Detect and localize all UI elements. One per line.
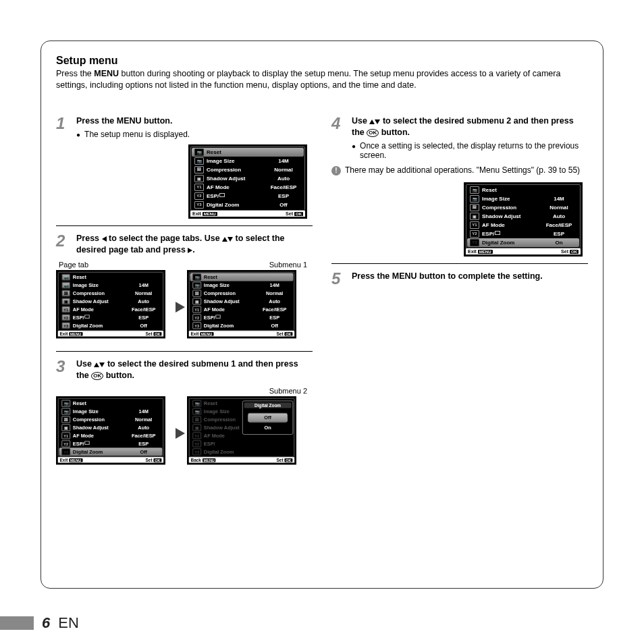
section-title: Setup menu xyxy=(56,55,588,67)
step-4: 4 Use to select the desired submenu 2 an… xyxy=(331,115,588,160)
r: Digital Zoom xyxy=(73,449,128,454)
v: Off xyxy=(266,202,301,208)
cam-step3-left: 📷Reset 📷Image Size14M 🖼CompressionNormal… xyxy=(56,396,165,464)
step-3-cams: 📷Reset 📷Image Size14M 🖼CompressionNormal… xyxy=(56,396,313,471)
v: Normal xyxy=(266,167,301,173)
cam-step2-right: 📷Reset 📷Image Size14M 🖼CompressionNormal… xyxy=(187,270,296,338)
f: Back xyxy=(191,458,201,462)
rl: ESP/ xyxy=(482,231,494,237)
step-2-head: Press to select the page tabs. Use to se… xyxy=(76,233,313,256)
v: Normal xyxy=(259,291,291,296)
r: Reset xyxy=(207,149,266,155)
r: Image Size xyxy=(73,409,128,414)
intro-a: Press the xyxy=(56,69,94,78)
r: Digital Zoom xyxy=(482,240,541,246)
s1b: MENU xyxy=(117,116,142,126)
step-3: 3 Use to select the desired submenu 1 an… xyxy=(56,358,313,381)
r: ESP/ xyxy=(482,231,541,237)
columns: 1 Press the MENU button. ●The setup menu… xyxy=(56,115,588,471)
camera-icon: 📷 xyxy=(192,274,201,281)
tool-icon: Y3 xyxy=(61,448,70,455)
arrow-right-icon xyxy=(175,299,187,315)
column-left: 1 Press the MENU button. ●The setup menu… xyxy=(56,115,313,471)
bullet-dot: ● xyxy=(76,130,80,140)
r: Shadow Adjust xyxy=(73,425,128,430)
r: Image Size xyxy=(204,283,259,288)
r: Reset xyxy=(482,187,541,193)
arrow-right-icon xyxy=(175,425,187,441)
camera-icon: 📷 xyxy=(61,274,70,281)
r: ESP/ xyxy=(207,193,266,199)
monitor-icon: ▣ xyxy=(61,298,70,305)
s4a: Use xyxy=(352,116,369,126)
step-1-bullet: ●The setup menu is displayed. xyxy=(76,130,313,140)
intro-c: button during shooting or playback to di… xyxy=(56,69,560,90)
column-right: 4 Use to select the desired submenu 2 an… xyxy=(331,115,588,471)
tool-icon: Y1 xyxy=(61,306,70,313)
svg-marker-1 xyxy=(176,428,185,439)
note-icon: ! xyxy=(331,166,341,176)
f: Set xyxy=(561,249,568,254)
monitor-icon: ▣ xyxy=(192,298,201,305)
tool-icon: Y2 xyxy=(192,440,201,447)
monitor-icon: ▣ xyxy=(194,175,204,182)
separator xyxy=(331,263,588,264)
s3c: button. xyxy=(103,371,134,380)
s2a: Press xyxy=(76,234,102,243)
v: Normal xyxy=(128,291,160,296)
v: 14M xyxy=(128,409,160,414)
f: Exit xyxy=(60,458,68,462)
page-lang: EN xyxy=(58,614,79,632)
v: ESP xyxy=(541,231,576,237)
r: ESP/ xyxy=(73,441,128,446)
tool-icon: Y2 xyxy=(61,315,70,321)
up-arrow-icon xyxy=(222,237,227,242)
tool-icon: Y1 xyxy=(194,184,204,191)
metering-icon xyxy=(216,315,221,319)
r: Reset xyxy=(73,275,128,280)
ok-key-icon: OK xyxy=(284,332,292,336)
v: Face/iESP xyxy=(128,433,160,438)
rl: ESP/ xyxy=(73,315,84,321)
intro-text: Press the MENU button during shooting or… xyxy=(56,68,588,91)
v: Face/iESP xyxy=(266,184,301,190)
camera-icon: 📷 xyxy=(194,157,204,165)
menu-key-icon: MENU xyxy=(200,332,213,336)
tool-icon: Y3 xyxy=(192,323,201,329)
page-footer: 6 EN xyxy=(0,614,79,632)
f: Set xyxy=(146,331,153,336)
step-2-anno: Page tab Submenu 1 xyxy=(56,261,313,269)
tool-icon: Y2 xyxy=(192,315,201,321)
r: Compression xyxy=(207,167,266,173)
f: Exit xyxy=(60,331,68,336)
step-2-num: 2 xyxy=(56,233,71,256)
ok-key-icon: OK xyxy=(294,212,303,216)
v: 14M xyxy=(266,158,301,164)
separator xyxy=(56,225,313,226)
rl: ESP/ xyxy=(204,315,215,321)
camera-icon: 📷 xyxy=(470,186,479,194)
ok-icon: OK xyxy=(367,129,379,137)
f: Set xyxy=(146,458,153,462)
s4bul: Once a setting is selected, the display … xyxy=(360,141,588,160)
rl: ESP/ xyxy=(73,441,84,446)
camera-icon: 📷 xyxy=(194,149,204,156)
r: Shadow Adjust xyxy=(73,299,128,304)
v: Face/iESP xyxy=(259,307,291,313)
tool-icon: Y3 xyxy=(192,448,201,455)
f: Set xyxy=(277,458,284,462)
page-frame: Setup menu Press the MENU button during … xyxy=(41,41,603,589)
v: On xyxy=(541,240,576,246)
v: Auto xyxy=(128,299,160,304)
submenu-popup: Digital Zoom Off On xyxy=(242,401,293,435)
menu-key-icon: MENU xyxy=(69,332,82,336)
tool-icon: Y2 xyxy=(61,440,70,447)
r: Reset xyxy=(73,401,128,406)
step-1-num: 1 xyxy=(56,115,71,219)
s1c: button. xyxy=(142,116,173,126)
menu-key-icon: MENU xyxy=(69,458,82,462)
r: Image Size xyxy=(73,283,128,288)
r: AF Mode xyxy=(207,184,266,190)
cam-footer: ExitMENUSetOK xyxy=(189,331,294,337)
step-5-num: 5 xyxy=(331,271,346,287)
